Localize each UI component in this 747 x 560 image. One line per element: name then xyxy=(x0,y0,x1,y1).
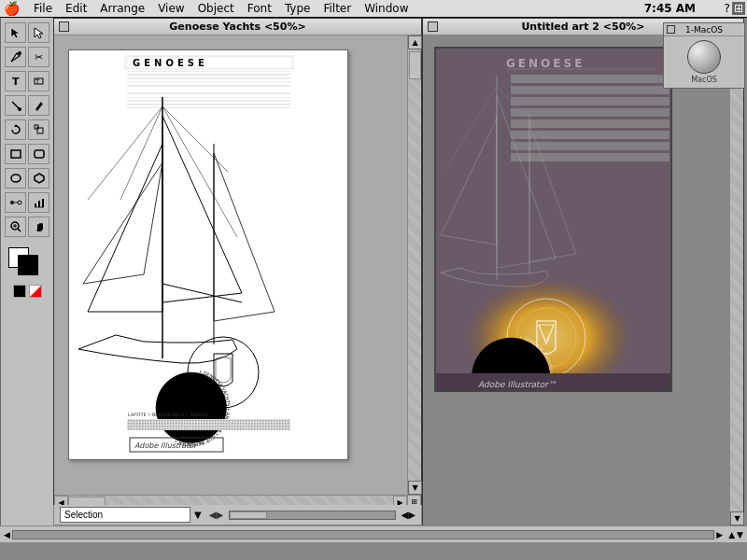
menu-font[interactable]: Font xyxy=(241,1,278,16)
menu-file[interactable]: File xyxy=(27,1,59,16)
close-button[interactable] xyxy=(59,21,69,32)
global-scroll-up[interactable]: ▲ xyxy=(728,530,735,539)
right-v-scrollbar[interactable]: ▲ ▼ xyxy=(729,35,743,525)
tool-row-4 xyxy=(4,94,50,117)
hand-tool[interactable] xyxy=(28,217,49,237)
type-tool[interactable]: T xyxy=(5,71,26,91)
polygon-tool[interactable] xyxy=(28,168,49,189)
black-default[interactable] xyxy=(13,285,26,298)
global-scroll-right[interactable]: ▶ xyxy=(716,530,723,539)
global-h-scroll[interactable] xyxy=(12,530,714,539)
blend-tool[interactable] xyxy=(5,192,26,213)
tool-row-3: T T xyxy=(4,70,50,92)
tool-row-7 xyxy=(4,167,50,189)
global-scroll-down[interactable]: ▼ xyxy=(737,530,743,539)
menu-filter[interactable]: Filter xyxy=(317,1,358,16)
menu-type[interactable]: Type xyxy=(278,1,317,16)
float-palette: 1-MacOS MacOS xyxy=(663,22,745,89)
scroll-arrows-h[interactable]: ◀▶ xyxy=(209,510,223,520)
stroke-swatch[interactable] xyxy=(18,255,38,275)
right-scroll-track[interactable] xyxy=(730,49,743,511)
scroll-thumb[interactable] xyxy=(409,51,421,79)
scroll-down[interactable]: ▼ xyxy=(408,481,422,495)
toolbox: ✂ T T xyxy=(0,18,54,540)
rectangle-tool[interactable] xyxy=(5,144,26,164)
zoom-tool[interactable] xyxy=(5,217,26,237)
menu-edit[interactable]: Edit xyxy=(59,1,93,16)
svg-rect-61 xyxy=(511,119,669,128)
menu-arrange[interactable]: Arrange xyxy=(93,1,151,16)
rounded-rect-tool[interactable] xyxy=(28,144,49,164)
left-page: GENOESE xyxy=(68,49,348,460)
help-icon[interactable]: ? xyxy=(725,2,730,15)
tool-row-9 xyxy=(4,216,50,238)
menu-view[interactable]: View xyxy=(151,1,190,16)
svg-rect-60 xyxy=(511,108,669,117)
tool-row-8 xyxy=(4,191,50,214)
svg-rect-37 xyxy=(127,104,290,108)
left-doc-title: Genoese Yachts <50%> xyxy=(169,21,305,33)
menu-window[interactable]: Window xyxy=(358,1,415,16)
scroll-arrows-v[interactable]: ◀▶ xyxy=(402,510,416,520)
right-close-button[interactable] xyxy=(428,21,438,32)
svg-point-19 xyxy=(18,201,21,204)
app-icon[interactable]: ⊞ xyxy=(732,2,745,15)
left-artwork-svg: GENOESE xyxy=(69,50,349,461)
graph-tool[interactable] xyxy=(28,192,49,213)
svg-text:✂: ✂ xyxy=(35,51,43,63)
cd-icon[interactable] xyxy=(687,40,721,74)
menu-object[interactable]: Object xyxy=(191,1,241,16)
apple-menu[interactable]: 🍎 xyxy=(4,1,20,16)
svg-rect-48 xyxy=(127,419,290,430)
global-scroll-left[interactable]: ◀ xyxy=(4,530,10,539)
svg-text:Adobe Illustrator™: Adobe Illustrator™ xyxy=(478,380,557,389)
svg-point-16 xyxy=(11,175,21,182)
scissors-tool[interactable]: ✂ xyxy=(28,47,49,67)
status-scroll-bar[interactable] xyxy=(229,511,396,520)
svg-rect-58 xyxy=(511,86,669,94)
color-swatches xyxy=(8,247,46,281)
scale-tool[interactable] xyxy=(28,119,49,140)
svg-rect-57 xyxy=(511,75,669,83)
scroll-up[interactable]: ▲ xyxy=(408,35,422,49)
svg-text:T: T xyxy=(35,78,40,86)
left-v-scrollbar[interactable]: ▲ ▼ xyxy=(407,35,421,495)
svg-line-41 xyxy=(162,106,228,172)
svg-rect-23 xyxy=(42,199,44,207)
rotate-tool[interactable] xyxy=(5,119,26,140)
right-canvas-area: GENOESE xyxy=(423,35,729,525)
tool-row-2: ✂ xyxy=(4,46,50,68)
float-close[interactable] xyxy=(667,25,675,34)
palette-title-label: 1-MacOS xyxy=(685,25,723,35)
ellipse-tool[interactable] xyxy=(5,168,26,189)
pointer-tool[interactable] xyxy=(5,22,26,43)
svg-marker-1 xyxy=(35,28,43,38)
pencil-tool[interactable] xyxy=(28,95,49,116)
none-swatch[interactable] xyxy=(29,285,42,298)
float-palette-title[interactable]: 1-MacOS xyxy=(664,23,744,36)
paintbrush-tool[interactable] xyxy=(5,95,26,116)
svg-rect-59 xyxy=(511,97,669,105)
svg-line-26 xyxy=(18,229,21,231)
svg-rect-35 xyxy=(127,91,290,95)
svg-rect-63 xyxy=(511,142,669,150)
menu-bar: 🍎 File Edit Arrange View Object Font Typ… xyxy=(0,0,747,18)
color-defaults xyxy=(13,285,42,298)
svg-marker-17 xyxy=(35,174,44,183)
svg-rect-34 xyxy=(127,84,290,89)
left-doc-titlebar[interactable]: Genoese Yachts <50%> xyxy=(54,19,421,35)
svg-text:T: T xyxy=(12,76,20,88)
tool-dropdown[interactable]: Selection xyxy=(60,507,190,523)
right-scroll-down[interactable]: ▼ xyxy=(730,511,744,525)
svg-rect-36 xyxy=(127,97,290,102)
svg-text:GENOESE: GENOESE xyxy=(506,57,585,70)
svg-text:GENOESE: GENOESE xyxy=(133,58,208,68)
global-bottom-bar: ◀ ▶ ▲ ▼ xyxy=(0,525,747,542)
scroll-track[interactable] xyxy=(408,49,421,481)
status-scroll-thumb[interactable] xyxy=(230,511,267,519)
svg-text:LAFFITE • BERARD-BICH • FRANCE: LAFFITE • BERARD-BICH • FRANCE xyxy=(128,412,208,417)
direct-select-tool[interactable] xyxy=(28,22,49,43)
svg-rect-32 xyxy=(127,71,290,76)
pen-tool[interactable] xyxy=(5,47,26,67)
area-type-tool[interactable]: T xyxy=(28,71,49,91)
